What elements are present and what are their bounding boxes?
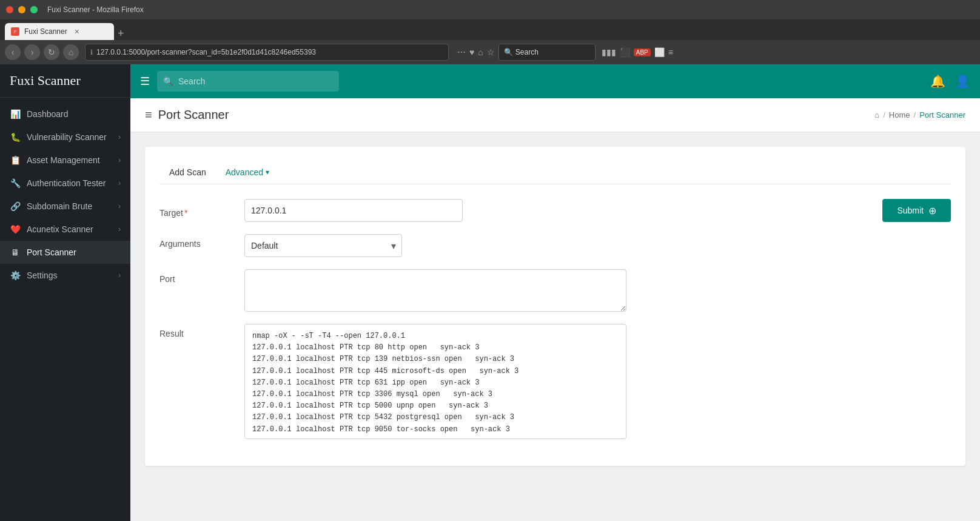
browser-tab-label: Fuxi Scanner xyxy=(24,27,67,36)
header-right-icons: 🔔 👤 xyxy=(930,74,970,89)
browser-search-bar[interactable]: 🔍 Search xyxy=(498,44,596,61)
chevron-right-icon: › xyxy=(118,156,121,164)
result-label: Result xyxy=(159,324,232,338)
browser-extra-icons: ▮▮▮ ⬛ ABP ⬜ ≡ xyxy=(602,47,673,57)
browser-responsive-icon[interactable]: ⬜ xyxy=(654,47,665,57)
target-input[interactable] xyxy=(244,199,463,222)
submit-button[interactable]: Submit ⊕ xyxy=(882,199,951,222)
chevron-right-icon: › xyxy=(118,271,121,280)
top-header: ☰ 🔍 🔔 👤 xyxy=(130,64,980,98)
sidebar-item-port-scanner[interactable]: 🖥 Port Scanner xyxy=(0,241,130,264)
sidebar-item-label: Subdomain Brute xyxy=(27,201,112,211)
browser-new-tab-button[interactable]: + xyxy=(114,27,128,40)
sidebar-item-settings[interactable]: ⚙️ Settings › xyxy=(0,264,130,287)
tab-advanced-label: Advanced xyxy=(226,167,263,177)
browser-back-button[interactable]: ‹ xyxy=(5,44,21,60)
browser-close-dot[interactable] xyxy=(6,6,13,13)
browser-abp-icon[interactable]: ABP xyxy=(634,49,651,56)
browser-library-icon[interactable]: ▮▮▮ xyxy=(602,47,616,57)
port-input[interactable] xyxy=(244,269,626,312)
browser-menu-icon[interactable]: ≡ xyxy=(668,47,673,57)
browser-toolbar: ‹ › ↻ ⌂ ℹ 127.0.0.1:5000/port-scanner?sc… xyxy=(0,40,980,64)
sidebar-item-acunetix-scanner[interactable]: ❤️ Acunetix Scanner › xyxy=(0,218,130,241)
browser-url-bar[interactable]: ℹ 127.0.0.1:5000/port-scanner?scan_id=5b… xyxy=(85,44,449,61)
page-header: ≡ Port Scanner ⌂ / Home / Port Scanner xyxy=(130,98,980,132)
browser-lock-icon: ℹ xyxy=(90,49,93,56)
sidebar-item-subdomain-brute[interactable]: 🔗 Subdomain Brute › xyxy=(0,195,130,218)
chevron-right-icon: › xyxy=(118,225,121,234)
browser-tab-bar: F Fuxi Scanner × + xyxy=(0,19,980,40)
breadcrumb-sep2: / xyxy=(914,110,916,119)
port-row: Port xyxy=(159,269,951,312)
port-label: Port xyxy=(159,269,232,284)
acunetix-icon: ❤️ xyxy=(10,224,21,234)
sidebar-logo: Fuxi Scanner xyxy=(0,64,130,98)
notification-icon[interactable]: 🔔 xyxy=(930,74,945,89)
header-search-input[interactable] xyxy=(178,76,333,86)
sidebar-item-asset-management[interactable]: 📋 Asset Management › xyxy=(0,149,130,172)
browser-addon-icon[interactable]: ⬛ xyxy=(620,47,630,57)
browser-forward-button[interactable]: › xyxy=(24,44,40,60)
browser-title: Fuxi Scanner - Mozilla Firefox xyxy=(47,5,144,14)
tab-bar: Add Scan Advanced xyxy=(159,161,951,184)
target-input-group: Target* xyxy=(159,199,870,222)
breadcrumb-sep: / xyxy=(883,110,885,119)
browser-pocket-icon[interactable]: ♥ xyxy=(469,47,474,57)
user-icon[interactable]: 👤 xyxy=(955,74,970,89)
submit-label: Submit xyxy=(897,206,924,215)
asset-icon: 📋 xyxy=(10,155,21,165)
browser-tab[interactable]: F Fuxi Scanner × xyxy=(5,23,114,40)
tab-advanced[interactable]: Advanced xyxy=(216,161,279,184)
main-card: Add Scan Advanced Target* xyxy=(145,147,965,466)
arguments-select[interactable]: Default -sV -sT -sU -O xyxy=(244,234,402,257)
sidebar-item-label: Dashboard xyxy=(27,109,121,119)
header-search-bar[interactable]: 🔍 xyxy=(157,71,339,92)
page-title-area: ≡ Port Scanner xyxy=(145,108,229,122)
sidebar-item-vulnerability-scanner[interactable]: 🐛 Vulnerability Scanner › xyxy=(0,126,130,149)
sidebar-item-dashboard[interactable]: 📊 Dashboard xyxy=(0,103,130,126)
sidebar-item-label: Asset Management xyxy=(27,155,112,165)
sidebar-item-authentication-tester[interactable]: 🔧 Authentication Tester › xyxy=(0,172,130,195)
arguments-select-wrapper: Default -sV -sT -sU -O xyxy=(244,234,402,257)
breadcrumb-home-link[interactable]: Home xyxy=(889,110,910,119)
right-panel: ☰ 🔍 🔔 👤 ≡ Port Scanner ⌂ / H xyxy=(130,64,980,521)
sidebar-logo-text: Fuxi Scanner xyxy=(10,73,81,88)
browser-chrome: Fuxi Scanner - Mozilla Firefox F Fuxi Sc… xyxy=(0,0,980,64)
main-content: ≡ Port Scanner ⌂ / Home / Port Scanner xyxy=(130,98,980,521)
tab-add-scan[interactable]: Add Scan xyxy=(159,161,216,184)
browser-right-icons: ⋯ ♥ ⌂ ☆ xyxy=(457,47,495,57)
content-area: Add Scan Advanced Target* xyxy=(130,132,980,521)
port-scanner-icon: 🖥 xyxy=(10,247,21,257)
submit-icon: ⊕ xyxy=(928,205,936,217)
hamburger-icon[interactable]: ☰ xyxy=(140,75,150,88)
browser-bookmarks-icon[interactable]: ⋯ xyxy=(457,47,466,57)
sidebar-item-label: Authentication Tester xyxy=(27,178,112,188)
subdomain-icon: 🔗 xyxy=(10,201,21,211)
chevron-right-icon: › xyxy=(118,133,121,141)
sidebar-item-label: Acunetix Scanner xyxy=(27,224,112,234)
browser-star-icon[interactable]: ☆ xyxy=(487,47,495,57)
result-output: nmap -oX - -sT -T4 --open 127.0.0.1 127.… xyxy=(244,324,626,439)
page-title: Port Scanner xyxy=(158,108,229,122)
browser-titlebar: Fuxi Scanner - Mozilla Firefox xyxy=(0,0,980,19)
target-row: Target* Submit ⊕ xyxy=(159,199,951,222)
breadcrumb: ⌂ / Home / Port Scanner xyxy=(874,110,965,119)
browser-home-button[interactable]: ⌂ xyxy=(63,44,79,60)
browser-favicon: F xyxy=(11,27,19,36)
sidebar: Fuxi Scanner 📊 Dashboard 🐛 Vulnerability… xyxy=(0,64,130,521)
browser-refresh-button[interactable]: ↻ xyxy=(44,44,59,60)
sidebar-item-label: Port Scanner xyxy=(27,247,121,257)
result-row: Result nmap -oX - -sT -T4 --open 127.0.0… xyxy=(159,324,951,439)
browser-tab-close[interactable]: × xyxy=(75,27,79,36)
browser-homefav-icon[interactable]: ⌂ xyxy=(478,47,483,57)
chevron-right-icon: › xyxy=(118,202,121,210)
page-title-icon: ≡ xyxy=(145,108,152,122)
chevron-right-icon: › xyxy=(118,179,121,187)
browser-search-placeholder: Search xyxy=(515,48,539,56)
arguments-row: Arguments Default -sV -sT -sU -O xyxy=(159,234,951,257)
browser-minimize-dot[interactable] xyxy=(18,6,25,13)
browser-maximize-dot[interactable] xyxy=(30,6,38,13)
required-marker: * xyxy=(184,208,187,218)
arguments-label: Arguments xyxy=(159,234,232,249)
tab-add-scan-label: Add Scan xyxy=(169,167,206,177)
